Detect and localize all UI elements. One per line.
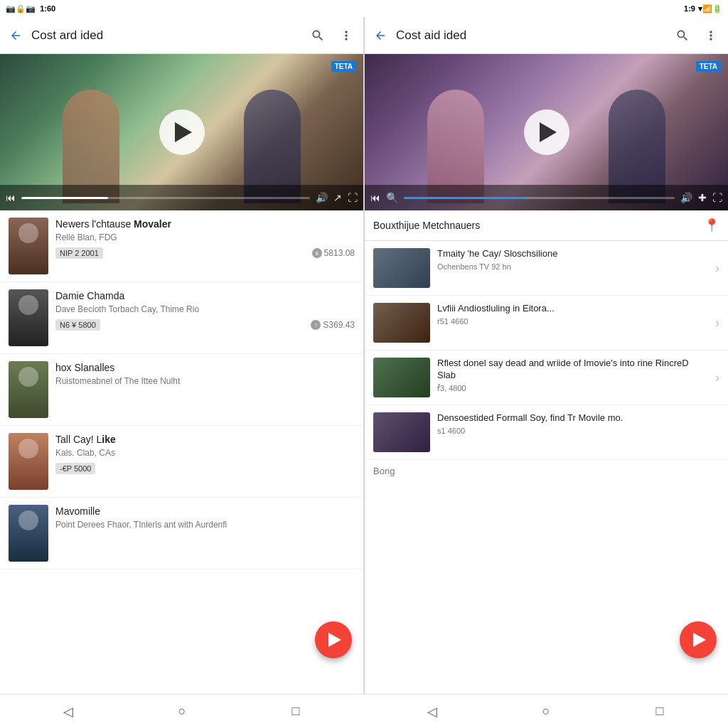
thumb-face-0: [18, 223, 38, 243]
left-fullscreen-icon[interactable]: ⛶: [348, 192, 358, 203]
left-nav-back[interactable]: ◁: [57, 700, 80, 723]
left-panel-inner: TETA ⏮ 🔊 ↗ ⛶ Newe: [0, 54, 363, 694]
right-nav-recents[interactable]: □: [648, 700, 671, 723]
thumb-face-1: [18, 295, 38, 315]
list-item[interactable]: Newers l'chtause Movaler Rellé Blan, FDG…: [0, 210, 363, 282]
right-nav-back[interactable]: ◁: [421, 700, 444, 723]
item-title-bold-0: Movaler: [134, 218, 171, 230]
right-back-button[interactable]: [370, 26, 390, 46]
left-vol-icon[interactable]: 🔊: [316, 192, 328, 203]
left-video-player[interactable]: TETA ⏮ 🔊 ↗ ⛶: [0, 54, 363, 210]
right-search-button[interactable]: [671, 24, 694, 47]
right-vol-icon[interactable]: 🔊: [680, 192, 692, 203]
item-title-bold-3: ike: [102, 434, 115, 445]
left-nav-recents[interactable]: □: [284, 700, 307, 723]
list-item-1[interactable]: Damie Chamda Dave Becioth Torbach Cay, T…: [0, 282, 363, 354]
list-item-thumb-3: [9, 433, 48, 490]
left-beta-badge: TETA: [331, 61, 356, 72]
right-item-sub-3: s1 4600: [437, 427, 719, 435]
item-title-4: Mavomille: [55, 505, 355, 518]
left-skip-prev-icon[interactable]: ⏮: [6, 192, 16, 203]
left-search-button[interactable]: [306, 24, 329, 47]
right-list-item-0[interactable]: Tmaity 'he Cay/ Sloschsilione Ochenbens …: [365, 241, 728, 296]
left-share-icon[interactable]: ↗: [333, 192, 342, 203]
left-progress-bar[interactable]: [21, 197, 310, 199]
right-item-sub-1: ŕ51 4660: [437, 317, 708, 326]
list-item-info-3: Tall Cay! Like Kals. Clab, CAs -€P 5000: [55, 433, 355, 474]
right-add-icon[interactable]: ✚: [698, 192, 707, 203]
item-title-0: Newers l'chtause Movaler: [55, 218, 355, 230]
right-list-item-3[interactable]: Densoestided Formall Soy, find Tr Movile…: [365, 405, 728, 460]
right-item-title-0: Tmaity 'he Cay/ Sloschsilione: [437, 248, 708, 260]
item-title-1: Damie Chamda: [55, 289, 355, 302]
right-video-controls[interactable]: ⏮ 🔍 🔊 ✚ ⛶: [365, 185, 728, 210]
left-play-button[interactable]: [159, 109, 205, 155]
left-play-triangle-icon: [175, 122, 192, 142]
left-video-controls[interactable]: ⏮ 🔊 ↗ ⛶: [0, 185, 363, 210]
item-title-2: hox Slanalles: [55, 361, 355, 374]
right-progress-fill: [404, 197, 525, 199]
left-content-list: Newers l'chtause Movaler Rellé Blan, FDG…: [0, 210, 363, 694]
left-nav-home[interactable]: ○: [171, 700, 193, 723]
list-item-thumb-0: [9, 218, 48, 274]
status-time-left: 1:60: [40, 4, 55, 13]
right-thumb-0: [373, 248, 430, 288]
item-price-1: ! S369.43: [311, 320, 355, 330]
list-item-info-1: Damie Chamda Dave Becioth Torbach Cay, T…: [55, 289, 355, 331]
right-nav-home[interactable]: ○: [535, 700, 557, 723]
thumb-face-3: [18, 439, 38, 459]
right-location-icon[interactable]: 📍: [704, 218, 719, 233]
right-zoom-icon[interactable]: 🔍: [386, 192, 398, 203]
right-play-button[interactable]: [524, 109, 569, 155]
item-subtitle-1: Dave Becioth Torbach Cay, Thime Rio: [55, 304, 355, 314]
item-subtitle-3: Kals. Clab, CAs: [55, 448, 355, 458]
right-item-info-2: Rflest donel say dead and wriide of Imov…: [437, 358, 708, 393]
price-icon-1: !: [311, 320, 321, 330]
right-app-bar: Cost aid ided: [365, 17, 728, 54]
right-video-player[interactable]: TETA ⏮ 🔍 🔊 ✚ ⛶: [365, 54, 728, 210]
right-list-item-1[interactable]: Lvfiii Andiostluling in Eitora... ŕ51 46…: [365, 296, 728, 350]
left-progress-fill: [21, 197, 108, 199]
item-meta-1: N6 ¥ 5800 ! S369.43: [55, 319, 355, 331]
item-badge-3: -€P 5000: [55, 463, 95, 474]
item-subtitle-4: Point Derees Fhaor, TInleris ant with Au…: [55, 520, 355, 530]
right-chevron-1: ›: [715, 316, 719, 331]
list-item-2[interactable]: hox Slanalles Ruistomeabnel of The Ittee…: [0, 354, 363, 426]
right-progress-bar[interactable]: [404, 197, 675, 199]
item-badge-1: N6 ¥ 5800: [55, 319, 100, 331]
left-fab-play-icon: [328, 633, 341, 647]
right-item-sub-0: Ochenbens TV 92 hn: [437, 262, 708, 271]
right-app-bar-actions: [671, 24, 722, 47]
left-app-bar: Cost ard ided: [0, 17, 363, 54]
list-item-info-2: hox Slanalles Ruistomeabnel of The Ittee…: [55, 361, 355, 386]
right-app-bar-title: Cost aid ided: [396, 28, 665, 43]
item-subtitle-0: Rellé Blan, FDG: [55, 232, 355, 242]
right-fullscreen-icon[interactable]: ⛶: [712, 192, 722, 203]
right-panel-inner: TETA ⏮ 🔍 🔊 ✚ ⛶ Bouxthijue Metchnauers 📍: [365, 54, 728, 694]
right-fab-play-button[interactable]: [680, 621, 717, 658]
item-price-0: $ 5813.08: [312, 248, 355, 258]
right-thumb-2: [373, 358, 430, 397]
status-icons-left: 📷🔒📷: [6, 4, 36, 14]
right-item-title-2: Rflest donel say dead and wriide of Imov…: [437, 358, 708, 382]
right-skip-prev-icon[interactable]: ⏮: [370, 192, 380, 203]
item-badge-0: NIP 2 2001: [55, 247, 103, 259]
right-search-bar: Bouxthijue Metchnauers 📍: [365, 210, 728, 241]
price-value-0: 5813.08: [324, 248, 355, 258]
left-more-button[interactable]: [335, 24, 358, 47]
right-fab-play-icon: [693, 633, 706, 647]
status-bar-left: 📷🔒📷 1:60: [0, 0, 364, 17]
right-more-button[interactable]: [700, 24, 722, 47]
right-list-item-2[interactable]: Rflest donel say dead and wriide of Imov…: [365, 350, 728, 405]
list-item-3[interactable]: Tall Cay! Like Kals. Clab, CAs -€P 5000: [0, 426, 363, 498]
list-item-thumb-2: [9, 361, 48, 418]
right-item-info-3: Densoestided Formall Soy, find Tr Movile…: [437, 412, 719, 435]
list-item-thumb-4: [9, 505, 48, 562]
price-icon-0: $: [312, 248, 322, 258]
status-icons-right: ▾📶🔋: [698, 4, 722, 14]
item-meta-0: NIP 2 2001 $ 5813.08: [55, 247, 355, 259]
left-back-button[interactable]: [6, 26, 26, 46]
list-item-4[interactable]: Mavomille Point Derees Fhaor, TInleris a…: [0, 498, 363, 569]
right-content-list: Tmaity 'he Cay/ Sloschsilione Ochenbens …: [365, 241, 728, 694]
left-fab-play-button[interactable]: [315, 621, 352, 658]
